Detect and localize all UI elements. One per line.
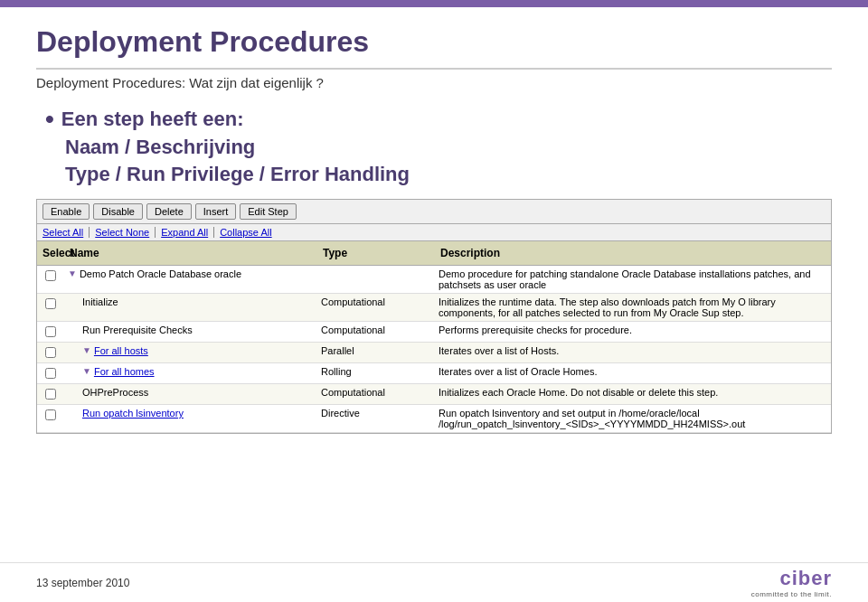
table-row: ▼Demo Patch Oracle Database oracleDemo p…	[37, 266, 831, 294]
procedure-description: Demo procedure for patching standalone O…	[435, 266, 831, 293]
table-row: ▼For all homesRollingIterates over a lis…	[37, 363, 831, 384]
procedure-type: Computational	[317, 322, 435, 342]
table-row: Run opatch lsinventoryDirectiveRun opatc…	[37, 405, 831, 433]
procedure-name: OHPreProcess	[82, 387, 148, 398]
expand-arrow-icon: ▼	[82, 345, 91, 355]
logo-ciber-text: ciber	[779, 567, 832, 590]
select-all-link[interactable]: Select All	[42, 227, 90, 238]
row-checkbox[interactable]	[45, 298, 56, 309]
bullet-dot: •	[45, 107, 54, 132]
procedure-name: Demo Patch Oracle Database oracle	[80, 268, 241, 279]
select-none-link[interactable]: Select None	[90, 227, 156, 238]
page-title: Deployment Procedures	[36, 25, 832, 70]
top-bar	[0, 0, 868, 7]
footer: 13 september 2010 ciber committed to the…	[0, 562, 868, 602]
row-checkbox[interactable]	[45, 409, 56, 420]
logo-tagline: committed to the limit.	[751, 590, 832, 598]
procedure-name-link[interactable]: For all hosts	[94, 345, 148, 356]
expand-all-link[interactable]: Expand All	[156, 227, 214, 238]
edit-step-button[interactable]: Edit Step	[240, 203, 297, 220]
procedure-description: Performs prerequisite checks for procedu…	[435, 322, 831, 342]
delete-button[interactable]: Delete	[146, 203, 192, 220]
table-row: ▼For all hostsParallelIterates over a li…	[37, 343, 831, 363]
procedure-description: Iterates over a list of Hosts.	[435, 343, 831, 362]
table-row: InitializeComputationalInitializes the r…	[37, 294, 831, 322]
row-checkbox[interactable]	[45, 326, 56, 337]
col-select: Select	[39, 245, 66, 261]
procedure-description: Initializes each Oracle Home. Do not dis…	[435, 384, 831, 404]
bullet-line1: Naam / Beschrijving	[45, 136, 832, 159]
procedure-type: Rolling	[317, 363, 435, 383]
table-row: Run Prerequisite ChecksComputationalPerf…	[37, 322, 831, 343]
table-row: OHPreProcessComputationalInitializes eac…	[37, 384, 831, 405]
procedure-name: Initialize	[82, 296, 118, 307]
bullet-line2: Type / Run Privilege / Error Handling	[45, 163, 832, 186]
procedure-type	[317, 266, 435, 293]
expand-arrow-icon: ▼	[68, 268, 77, 278]
row-checkbox[interactable]	[45, 270, 56, 281]
row-checkbox[interactable]	[45, 347, 56, 358]
procedures-table-container: Enable Disable Delete Insert Edit Step S…	[36, 199, 832, 434]
procedure-type: Computational	[317, 294, 435, 321]
table-header: Select Name Type Description	[37, 241, 831, 266]
procedure-description: Run opatch lsinventory and set output in…	[435, 405, 831, 432]
disable-button[interactable]: Disable	[93, 203, 143, 220]
procedure-type: Parallel	[317, 343, 435, 362]
bullet-intro: • Een step heeft een:	[45, 107, 832, 132]
row-checkbox[interactable]	[45, 389, 56, 400]
bullet-section: • Een step heeft een: Naam / Beschrijvin…	[36, 107, 832, 186]
collapse-all-link[interactable]: Collapse All	[214, 227, 277, 238]
subtitle: Deployment Procedures: Wat zijn dat eige…	[36, 75, 832, 90]
toolbar-row: Enable Disable Delete Insert Edit Step	[37, 200, 831, 224]
procedure-type: Directive	[317, 405, 435, 432]
col-name: Name	[66, 245, 319, 261]
row-checkbox[interactable]	[45, 368, 56, 379]
procedure-name-link[interactable]: Run opatch lsinventory	[82, 408, 184, 419]
procedure-name-link[interactable]: For all homes	[94, 366, 155, 377]
expand-arrow-icon: ▼	[82, 366, 91, 376]
insert-button[interactable]: Insert	[195, 203, 237, 220]
footer-date: 13 september 2010	[36, 577, 129, 589]
table-body: ▼Demo Patch Oracle Database oracleDemo p…	[37, 266, 831, 433]
procedure-type: Computational	[317, 384, 435, 404]
footer-logo: ciber committed to the limit.	[751, 567, 832, 598]
select-row: Select All Select None Expand All Collap…	[37, 224, 831, 241]
col-description: Description	[437, 245, 829, 261]
procedure-name: Run Prerequisite Checks	[82, 325, 193, 335]
procedure-description: Iterates over a list of Oracle Homes.	[435, 363, 831, 383]
content-area: Deployment Procedures Deployment Procedu…	[0, 7, 868, 452]
procedure-description: Initializes the runtime data. The step a…	[435, 294, 831, 321]
enable-button[interactable]: Enable	[42, 203, 90, 220]
col-type: Type	[319, 245, 437, 261]
